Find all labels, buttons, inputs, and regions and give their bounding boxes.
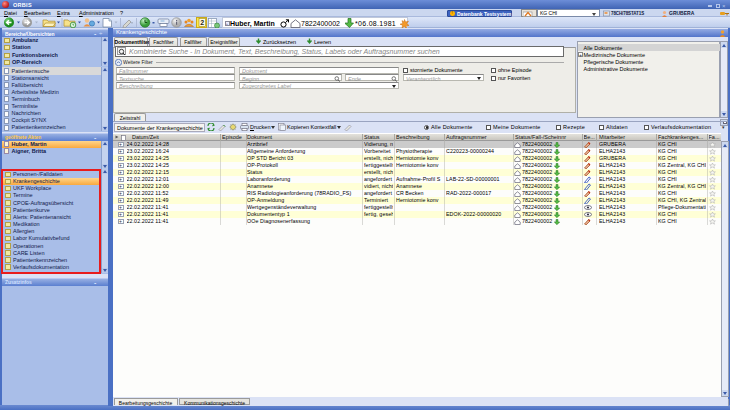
svg-text:2: 2 [200,19,204,26]
